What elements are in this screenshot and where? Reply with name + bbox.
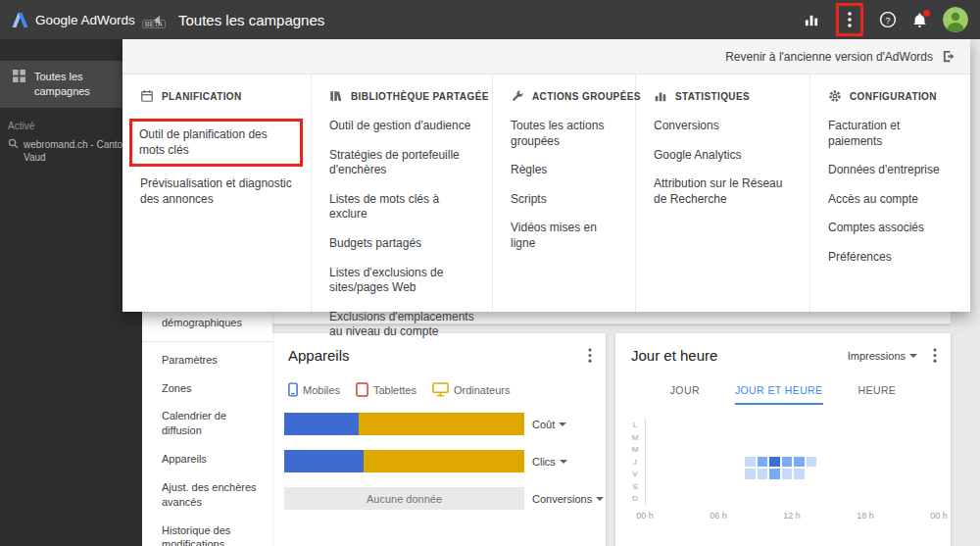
stacked-bar — [284, 413, 524, 435]
menu-item-donnees-d-entreprise[interactable]: Données d'entreprise — [828, 163, 956, 178]
day-hour-card-title: Jour et heure — [631, 347, 836, 364]
menu-item-outil-de-planification-des-mots-cles[interactable]: Outil de planification des mots clés — [129, 119, 303, 167]
menu-column-header: PLANIFICATION — [140, 89, 297, 103]
subnav-item-ajust-des-encheres-avances[interactable]: Ajust. des enchères avancés — [142, 473, 272, 517]
menu-item-conversions[interactable]: Conversions — [654, 119, 796, 134]
sidebar-item-all-campaigns[interactable]: Toutes les campagnes — [0, 61, 142, 108]
topbar: Google AdWords BETA Toutes les campagnes… — [0, 0, 980, 39]
menu-item-budgets-partages[interactable]: Budgets partagés — [329, 236, 478, 252]
metric-dropdown-cout[interactable]: Coût — [532, 419, 566, 430]
day-hour-tabs: JOURJOUR ET HEUREHEURE — [615, 384, 951, 405]
bar-segment-ordinateurs — [359, 413, 524, 435]
brand-name: Google AdWords — [35, 13, 135, 27]
menu-item-acces-au-compte[interactable]: Accès au compte — [828, 192, 956, 208]
tools-menu-icon[interactable] — [848, 12, 852, 27]
menu-item-google-analytics[interactable]: Google Analytics — [654, 148, 796, 164]
menu-item-videos-mises-en-ligne[interactable]: Vidéos mises en ligne — [511, 221, 621, 251]
legend-label: Tablettes — [373, 384, 416, 396]
notifications-icon[interactable] — [912, 12, 927, 28]
heatmap-cell[interactable] — [769, 469, 780, 479]
menu-item-attribution-sur-le-reseau-de-recherche[interactable]: Attribution sur le Réseau de Recherche — [654, 176, 796, 207]
menu-item-listes-d-exclusions-de-sites-pages-web[interactable]: Listes d'exclusions de sites/pages Web — [329, 266, 478, 296]
heatmap-plot — [645, 419, 939, 505]
heatmap-cell[interactable] — [769, 457, 780, 468]
tab-heure[interactable]: HEURE — [858, 384, 897, 405]
heatmap-cell[interactable] — [782, 457, 793, 468]
caret-down-icon — [559, 422, 566, 426]
revert-link-label: Revenir à l'ancienne version d'AdWords — [725, 50, 933, 64]
heatmap-day-label: S — [629, 482, 641, 491]
account-name: webromand.ch - Canton Vaud — [24, 138, 138, 165]
impressions-dropdown[interactable]: Impressions — [848, 350, 917, 362]
heatmap-day-label: L — [629, 421, 641, 429]
day-hour-card-header: Jour et heure Impressions — [615, 333, 951, 365]
menu-item-listes-de-mots-cles-a-exclure[interactable]: Listes de mots clés à exclure — [329, 192, 478, 223]
metric-dropdown-conversions[interactable]: Conversions — [532, 493, 604, 505]
card-menu-icon[interactable] — [929, 346, 941, 365]
menu-column-header: BIBLIOTHÈQUE PARTAGÉE — [329, 89, 478, 103]
highlight-box-tools-menu — [836, 3, 863, 36]
menu-column-bibliotheque-partagee: BIBLIOTHÈQUE PARTAGÉEOutil de gestion d'… — [312, 74, 493, 312]
help-icon[interactable]: ? — [879, 11, 897, 28]
menu-item-outil-de-gestion-d-audience[interactable]: Outil de gestion d'audience — [329, 119, 478, 134]
heatmap-cell[interactable] — [745, 469, 756, 479]
heatmap-cell[interactable] — [807, 457, 817, 468]
campaigns-grid-icon — [13, 70, 25, 82]
menu-item-preferences[interactable]: Préférences — [828, 250, 956, 266]
subnav-item-parametres[interactable]: Paramètres — [142, 346, 272, 374]
collapse-sidebar-button[interactable] — [143, 0, 169, 39]
day-hour-card: Jour et heure Impressions JOURJOUR ET HE… — [615, 333, 951, 546]
metric-dropdown-clics[interactable]: Clics — [532, 456, 567, 468]
library-icon — [329, 89, 343, 103]
collapse-icon — [153, 16, 160, 25]
heatmap-hour-tick: 00 h — [930, 511, 948, 521]
menu-item-strategies-de-portefeuille-d-encheres[interactable]: Stratégies de portefeuille d'enchères — [329, 148, 478, 178]
menu-item-regles[interactable]: Règles — [511, 163, 621, 178]
subnav-item-historique-des-modifications[interactable]: Historique des modifications — [142, 517, 272, 546]
subnav-divider — [142, 341, 272, 342]
tablet-icon — [356, 382, 368, 397]
legend-item-ordinateurs[interactable]: Ordinateurs — [432, 382, 510, 397]
adwords-logo-icon — [12, 13, 28, 27]
tab-jour-et-heure[interactable]: JOUR ET HEURE — [735, 384, 823, 405]
account-row[interactable]: webromand.ch - Canton Vaud — [0, 138, 142, 165]
reports-icon[interactable] — [804, 12, 820, 28]
heatmap-cell[interactable] — [794, 457, 805, 468]
no-data-bar: Aucune donnée — [284, 487, 524, 510]
heatmap-day-label: M — [629, 445, 641, 454]
menu-column-header: ACTIONS GROUPÉES — [511, 89, 621, 103]
device-bar-row-cout: Coût — [284, 413, 598, 435]
card-menu-icon[interactable] — [584, 346, 596, 365]
heatmap-cell[interactable] — [745, 457, 756, 468]
menu-column-title: PLANIFICATION — [162, 91, 242, 102]
legend-item-tablettes[interactable]: Tablettes — [356, 382, 416, 397]
tools-menu-overlay: Revenir à l'ancienne version d'AdWords P… — [122, 39, 970, 312]
device-bar-row-clics: Clics — [284, 450, 598, 472]
menu-item-exclusions-d-emplacements-au-niveau-du-compte[interactable]: Exclusions d'emplacements au niveau du c… — [329, 310, 478, 340]
menu-item-toutes-les-actions-groupees[interactable]: Toutes les actions groupées — [511, 119, 621, 149]
heatmap-cell[interactable] — [794, 469, 805, 479]
heatmap-cell[interactable] — [758, 469, 768, 479]
heatmap-cell[interactable] — [758, 457, 768, 468]
calendar-icon — [140, 89, 154, 103]
avatar-image[interactable] — [943, 7, 968, 32]
menu-item-scripts[interactable]: Scripts — [511, 192, 621, 208]
devices-card: Appareils MobilesTablettesOrdinateurs Co… — [272, 333, 606, 546]
subnav-item-appareils[interactable]: Appareils — [142, 445, 272, 473]
legend-item-mobiles[interactable]: Mobiles — [288, 382, 340, 397]
wrench-icon — [511, 89, 524, 103]
gear-icon — [828, 89, 842, 103]
overlay-columns: PLANIFICATIONOutil de planification des … — [122, 74, 970, 312]
menu-item-previsualisation-et-diagnostic-des-annonces[interactable]: Prévisualisation et diagnostic des annon… — [140, 176, 297, 207]
heatmap-cell[interactable] — [782, 469, 793, 479]
tab-jour[interactable]: JOUR — [670, 384, 700, 405]
menu-column-planification: PLANIFICATIONOutil de planification des … — [122, 74, 312, 312]
subnav-item-calendrier-de-diffusion[interactable]: Calendrier de diffusion — [142, 402, 272, 445]
menu-item-facturation-et-paiements[interactable]: Facturation et paiements — [828, 119, 956, 149]
menu-item-comptes-associes[interactable]: Comptes associés — [828, 221, 956, 236]
revert-link[interactable]: Revenir à l'ancienne version d'AdWords — [725, 49, 956, 64]
stacked-bar — [284, 450, 524, 472]
subnav-item-zones[interactable]: Zones — [142, 374, 272, 403]
day-hour-heatmap: LMMJVSD00 h06 h12 h18 h00 h — [629, 419, 939, 531]
overlay-header: Revenir à l'ancienne version d'AdWords — [122, 39, 970, 74]
